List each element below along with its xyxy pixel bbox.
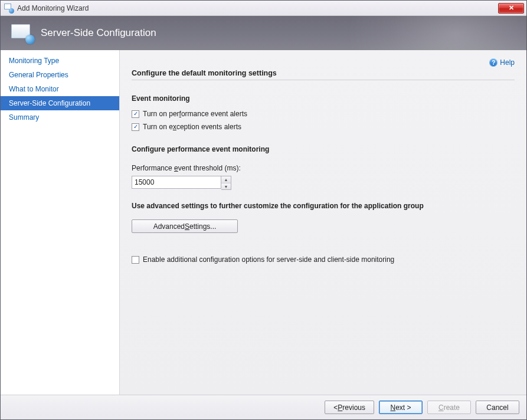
advanced-heading: Use advanced settings to further customi…: [132, 202, 515, 210]
sidebar-item-general-properties[interactable]: General Properties: [1, 68, 119, 82]
close-button[interactable]: ✕: [498, 3, 524, 14]
exception-alerts-label: Turn on exception events alerts: [143, 123, 241, 131]
help-link[interactable]: ? Help: [489, 58, 515, 67]
sidebar-item-label: Summary: [9, 113, 39, 122]
additional-config-label: Enable additional configuration options …: [143, 255, 394, 264]
window-title: Add Monitoring Wizard: [17, 4, 498, 12]
next-button[interactable]: Next >: [379, 401, 423, 414]
sidebar-item-label: Server-Side Configuration: [9, 99, 90, 107]
banner-icon: [11, 24, 32, 42]
sidebar-item-server-side-configuration[interactable]: Server-Side Configuration: [1, 96, 119, 110]
performance-alerts-label: Turn on performance event alerts: [143, 110, 247, 118]
section-title: Configure the default monitoring setting…: [132, 69, 515, 80]
threshold-spinner-buttons: ▲ ▼: [221, 176, 231, 190]
help-row: ? Help: [132, 58, 515, 67]
spinner-up-icon[interactable]: ▲: [221, 176, 231, 183]
body: Monitoring Type General Properties What …: [1, 50, 526, 395]
sidebar-item-label: What to Monitor: [9, 85, 59, 93]
sidebar-item-label: General Properties: [9, 71, 68, 79]
spinner-down-icon[interactable]: ▼: [221, 183, 231, 189]
threshold-spinner: ▲ ▼: [132, 176, 515, 190]
help-label: Help: [500, 58, 515, 67]
sidebar-item-monitoring-type[interactable]: Monitoring Type: [1, 54, 119, 68]
additional-config-row: Enable additional configuration options …: [132, 255, 515, 264]
additional-config-checkbox[interactable]: [132, 256, 139, 264]
performance-alerts-row: Turn on performance event alerts: [132, 110, 515, 118]
sidebar-item-what-to-monitor[interactable]: What to Monitor: [1, 82, 119, 96]
performance-alerts-checkbox[interactable]: [132, 110, 139, 118]
event-monitoring-heading: Event monitoring: [132, 94, 515, 103]
titlebar: Add Monitoring Wizard ✕: [1, 1, 526, 16]
banner: Server-Side Configuration: [1, 16, 526, 50]
exception-alerts-row: Turn on exception events alerts: [132, 123, 515, 131]
exception-alerts-checkbox[interactable]: [132, 123, 139, 131]
close-icon: ✕: [509, 4, 514, 12]
sidebar: Monitoring Type General Properties What …: [1, 50, 120, 395]
footer: < Previous Next > Create Cancel: [1, 395, 526, 419]
app-icon: [4, 4, 14, 13]
main-panel: ? Help Configure the default monitoring …: [120, 50, 526, 395]
advanced-settings-button[interactable]: Advanced Settings...: [132, 219, 238, 233]
threshold-input[interactable]: [132, 176, 221, 189]
sidebar-item-summary[interactable]: Summary: [1, 110, 119, 124]
help-icon: ?: [489, 58, 497, 67]
banner-title: Server-Side Configuration: [41, 27, 156, 39]
previous-button[interactable]: < Previous: [325, 401, 374, 414]
perf-config-heading: Configure performance event monitoring: [132, 145, 515, 153]
sidebar-item-label: Monitoring Type: [9, 57, 59, 65]
threshold-label: Performance event threshold (ms):: [132, 164, 515, 172]
create-button: Create: [427, 401, 471, 414]
wizard-window: Add Monitoring Wizard ✕ Server-Side Conf…: [0, 0, 527, 420]
cancel-button[interactable]: Cancel: [476, 401, 519, 414]
